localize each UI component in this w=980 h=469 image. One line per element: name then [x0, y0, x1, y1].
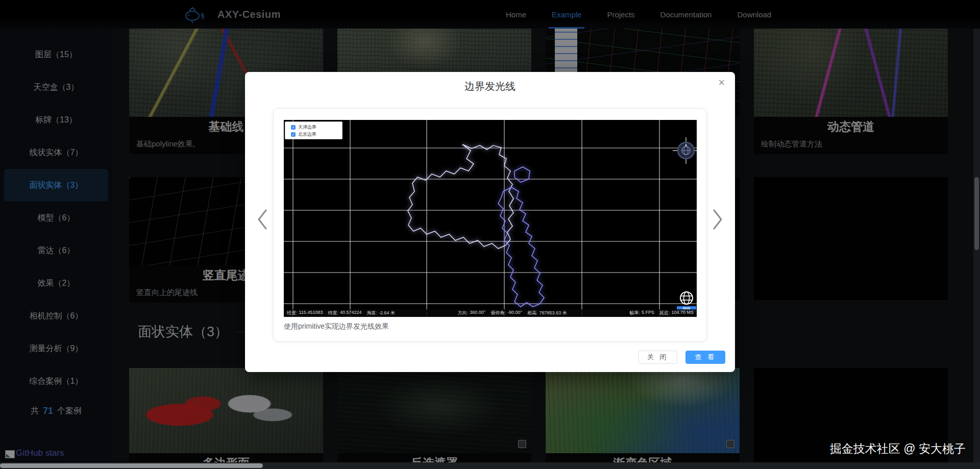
- close-icon[interactable]: ×: [718, 77, 725, 88]
- watermark: 掘金技术社区 @ 安大桃子: [830, 441, 966, 457]
- chevron-left-icon: [256, 208, 268, 231]
- layer-row-tianjin[interactable]: ✓ 天津边界: [291, 124, 342, 131]
- pitch-value: -90.00°: [507, 310, 522, 316]
- camera-height-value: 787853.63 米: [540, 310, 567, 316]
- latitude-label: 纬度:: [328, 310, 338, 316]
- pitch-label: 俯仰角:: [491, 310, 506, 316]
- cesium-map-preview[interactable]: ✓ 天津边界 ✓ 北京边界: [284, 120, 697, 317]
- longitude-value: 115.451083: [299, 310, 323, 316]
- next-arrow-button[interactable]: [712, 208, 724, 231]
- latency-label: 延迟:: [659, 310, 670, 316]
- beijing-boundary-line: [408, 144, 513, 249]
- fps-label: 帧率:: [629, 310, 640, 316]
- page: 基础线 基础polyline效果, 动态管道 绘制动态管道方法 竖直尾迹 竖直向…: [0, 0, 980, 469]
- horizontal-scrollbar-thumb[interactable]: [0, 463, 263, 468]
- layer-panel: ✓ 天津边界 ✓ 北京边界: [285, 121, 342, 139]
- camera-height-label: 相高:: [527, 310, 538, 316]
- globe-icon: [679, 290, 694, 306]
- vertical-scrollbar[interactable]: [973, 29, 980, 469]
- longitude-label: 经度:: [287, 310, 298, 316]
- layer-row-beijing[interactable]: ✓ 北京边界: [291, 131, 342, 138]
- dialog-footer: 关 闭 查 看: [638, 351, 725, 364]
- layer-label: 天津边界: [298, 124, 316, 131]
- graticule-grid: [284, 120, 697, 317]
- checkbox-checked-icon[interactable]: ✓: [291, 125, 296, 130]
- map-scene: [284, 120, 697, 317]
- view-button[interactable]: 查 看: [685, 351, 725, 364]
- status-position-group: 经度:115.451083 纬度:40.574224 海拔:-2.64 米: [287, 310, 395, 316]
- checkbox-checked-icon[interactable]: ✓: [291, 132, 296, 137]
- layer-label: 北京边界: [298, 131, 316, 138]
- fps-value: 5 FPS: [642, 310, 654, 316]
- heading-value: 360.00°: [470, 310, 485, 316]
- preview-caption: 使用primitive实现边界发光线效果: [284, 322, 389, 331]
- tianjin-boundary-line: [498, 187, 544, 307]
- status-camera-group: 方向:360.00° 俯仰角:-90.00° 相高:787853.63 米: [458, 310, 567, 316]
- chevron-right-icon: [712, 208, 724, 231]
- preview-box: ✓ 天津边界 ✓ 北京边界: [273, 108, 707, 342]
- tianjin-boundary-exclave: [514, 167, 530, 182]
- compass-widget[interactable]: [673, 137, 697, 164]
- heading-label: 方向:: [458, 310, 469, 316]
- latency-value: 104.70 MS: [671, 310, 694, 316]
- compass-icon: [673, 137, 697, 164]
- prev-arrow-button[interactable]: [256, 208, 268, 231]
- status-perf-group: 帧率:5 FPS 延迟:104.70 MS: [629, 310, 694, 316]
- viewer-statusbar: 经度:115.451083 纬度:40.574224 海拔:-2.64 米 方向…: [284, 309, 697, 317]
- close-button[interactable]: 关 闭: [638, 351, 678, 364]
- example-dialog: 边界发光线 ×: [245, 72, 735, 372]
- dialog-title: 边界发光线: [245, 80, 735, 93]
- vertical-scrollbar-thumb[interactable]: [974, 177, 979, 250]
- altitude-value: -2.64 米: [379, 310, 395, 316]
- altitude-label: 海拔:: [366, 310, 377, 316]
- horizontal-scrollbar[interactable]: [0, 462, 980, 469]
- latitude-value: 40.574224: [340, 310, 362, 316]
